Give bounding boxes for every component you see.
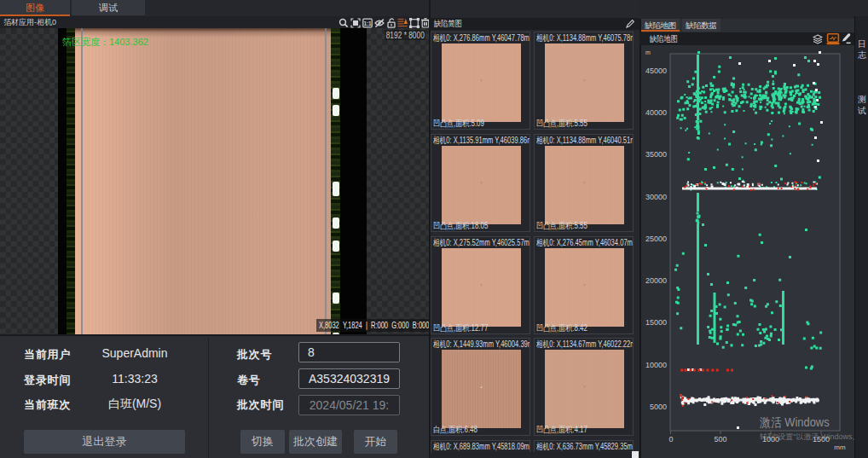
svg-text:45000: 45000	[645, 67, 667, 75]
svg-text:30000: 30000	[645, 193, 667, 201]
svg-text:25000: 25000	[645, 235, 667, 243]
svg-text:10000: 10000	[645, 361, 667, 369]
svg-text:20000: 20000	[645, 276, 667, 285]
svg-text:15000: 15000	[645, 318, 667, 327]
svg-text:mm: mm	[834, 444, 846, 451]
svg-text:0: 0	[668, 435, 673, 444]
svg-text:5000: 5000	[650, 403, 667, 411]
svg-text:40000: 40000	[645, 108, 667, 117]
svg-text:35000: 35000	[645, 150, 667, 159]
svg-text:1:1: 1:1	[363, 20, 372, 26]
svg-text:500: 500	[714, 435, 726, 444]
svg-text:m: m	[645, 49, 651, 55]
